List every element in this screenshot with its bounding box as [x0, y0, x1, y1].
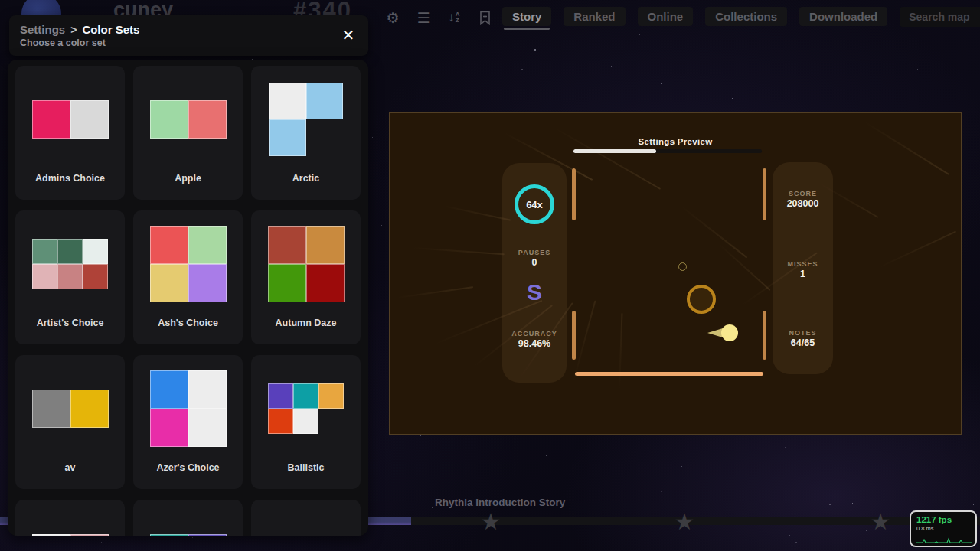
- toolbar-icons: ⚙ ☰ ↓ AZ: [384, 9, 493, 26]
- color-swatch: [270, 83, 306, 119]
- hud-pill-left: 64x PAUSES 0 S ACCURACY 98.46%: [502, 163, 567, 383]
- border-bar-left-top: [572, 168, 576, 220]
- color-set-card[interactable]: Autumn Daze: [251, 210, 361, 344]
- notes-label: NOTES: [773, 329, 833, 337]
- color-swatch-grid: [270, 66, 343, 173]
- color-swatch-grid: [32, 500, 109, 536]
- tab-online[interactable]: Online: [638, 7, 694, 26]
- color-swatch: [188, 226, 227, 264]
- gear-icon[interactable]: ⚙: [384, 9, 401, 26]
- settings-dialog-body: Admins ChoiceAppleArcticArtist's ChoiceA…: [8, 60, 368, 536]
- color-swatch: [268, 226, 306, 264]
- border-bar-left-bottom: [572, 311, 576, 360]
- color-swatch-grid: [150, 66, 227, 173]
- color-set-card[interactable]: Ballistic: [251, 355, 361, 489]
- color-swatch: [293, 383, 318, 409]
- color-swatch: [306, 83, 343, 119]
- breadcrumb-separator: >: [70, 24, 77, 36]
- color-swatch-grid: [32, 355, 109, 462]
- color-swatch-grid: [150, 355, 227, 462]
- color-swatch: [70, 390, 109, 428]
- color-set-card[interactable]: Arctic: [251, 66, 361, 200]
- color-swatch: [150, 370, 188, 409]
- score-value: 208000: [773, 198, 833, 209]
- search-input[interactable]: [900, 7, 980, 27]
- color-swatch: [70, 100, 109, 139]
- color-swatch-grid: [32, 210, 108, 318]
- color-swatch: [188, 100, 227, 139]
- color-swatch-grid: [268, 355, 344, 462]
- color-set-name: Azer's Choice: [156, 462, 219, 473]
- color-swatch: [268, 409, 293, 434]
- sort-az-icon[interactable]: ↓ AZ: [446, 9, 462, 26]
- color-set-card[interactable]: av: [15, 355, 125, 489]
- color-swatch: [57, 264, 83, 289]
- score-label: SCORE: [773, 190, 833, 197]
- song-title: Rhythia Introduction Story: [435, 497, 565, 508]
- color-set-card[interactable]: [15, 500, 125, 536]
- color-swatch: [318, 383, 344, 409]
- cursor-ring: [687, 285, 716, 314]
- color-swatch: [188, 409, 227, 447]
- breadcrumb-settings[interactable]: Settings: [20, 23, 65, 36]
- color-swatch: [83, 264, 108, 289]
- breadcrumb: Settings > Color Sets: [20, 23, 358, 36]
- color-swatch: [268, 383, 293, 409]
- app-window: cuney #340 ⚙ ☰ ↓ AZ Story Ranked Online …: [0, 0, 980, 551]
- dialog-subtitle: Choose a color set: [20, 37, 358, 48]
- note-ball: [721, 324, 738, 341]
- breadcrumb-color-sets: Color Sets: [82, 23, 139, 36]
- color-set-card[interactable]: Apple: [133, 66, 243, 200]
- color-set-card[interactable]: Azer's Choice: [133, 355, 243, 489]
- bookmark-add-icon[interactable]: [476, 9, 493, 26]
- misses-label: MISSES: [773, 260, 833, 268]
- color-set-name: Artist's Choice: [37, 318, 104, 328]
- preview-title: Settings Preview: [390, 137, 961, 146]
- combo-value: 64x: [526, 199, 543, 210]
- color-swatch: [32, 534, 70, 536]
- pauses-value: 0: [502, 257, 567, 268]
- accuracy-label: ACCURACY: [502, 330, 567, 337]
- color-swatch: [306, 226, 345, 264]
- hud-pill-right: SCORE 208000 MISSES 1 NOTES 64/65: [773, 162, 833, 374]
- frame-time-value: 0.8 ms: [916, 525, 970, 533]
- preview-progress-fill: [573, 149, 656, 153]
- close-icon[interactable]: ✕: [336, 23, 361, 47]
- color-swatch: [188, 264, 227, 302]
- misses-value: 1: [773, 269, 833, 279]
- tab-collections[interactable]: Collections: [705, 7, 787, 26]
- tab-downloaded[interactable]: Downloaded: [799, 7, 887, 26]
- color-swatch-grid: [150, 210, 227, 318]
- color-swatch: [306, 264, 345, 302]
- list-icon[interactable]: ☰: [415, 9, 432, 26]
- color-swatch-grid: [268, 500, 345, 536]
- progress-star: ★: [481, 508, 501, 535]
- notes-value: 64/65: [773, 337, 833, 348]
- combo-ring: 64x: [514, 184, 554, 224]
- color-set-name: Ballistic: [288, 462, 325, 473]
- color-set-card[interactable]: Artist's Choice: [15, 210, 125, 344]
- color-set-card[interactable]: [251, 500, 361, 536]
- color-swatch: [150, 264, 188, 302]
- color-swatch: [32, 390, 70, 428]
- color-swatch: [83, 239, 108, 264]
- color-swatch: [57, 239, 83, 264]
- color-swatch-grid: [268, 210, 345, 318]
- color-set-card[interactable]: Ash's Choice: [133, 210, 243, 344]
- color-set-card[interactable]: Admins Choice: [15, 66, 125, 200]
- color-swatch: [32, 264, 57, 289]
- border-bar-right-bottom: [763, 311, 766, 360]
- border-bar-bottom: [575, 372, 763, 376]
- fps-panel: 1217 fps 0.8 ms: [910, 510, 977, 547]
- color-swatch: [188, 370, 227, 409]
- color-swatch-grid: [32, 66, 109, 173]
- color-set-name: Ash's Choice: [158, 318, 218, 328]
- approach-ring: [678, 262, 687, 271]
- preview-progress-bar: [573, 149, 762, 153]
- tab-story[interactable]: Story: [502, 7, 551, 26]
- color-swatch: [32, 100, 70, 139]
- color-set-card[interactable]: [133, 500, 243, 536]
- color-swatch: [70, 534, 109, 536]
- color-set-name: Admins Choice: [35, 173, 105, 184]
- tab-ranked[interactable]: Ranked: [564, 7, 625, 26]
